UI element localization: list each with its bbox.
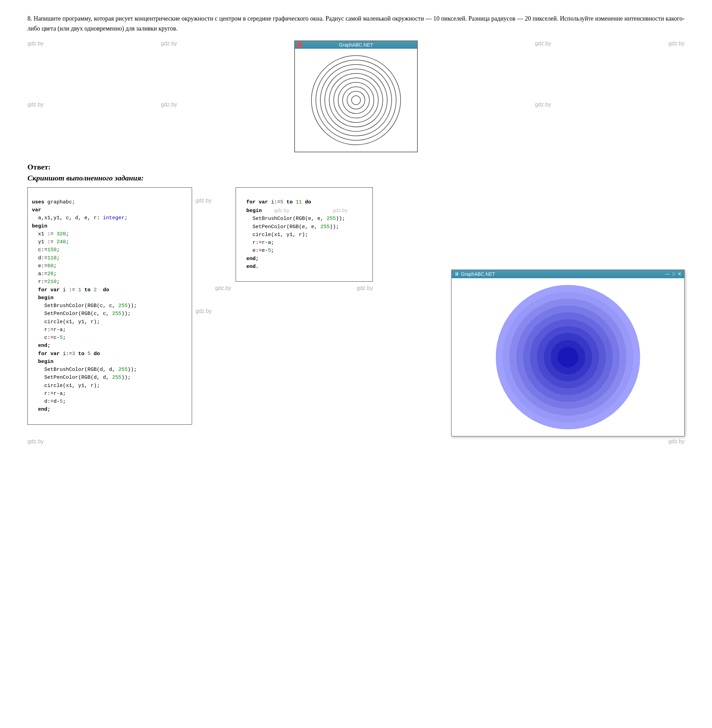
code-output-area: uses graphabc; var a,x1,y1, c, d, e, r: … [27,187,685,425]
watermark-right-2: gdz.by [357,285,373,291]
close-btn[interactable]: ✕ [678,271,681,276]
problem-area: 8. Напишите программу, которая рисует ко… [27,14,685,152]
watermark-7: gdz.by [669,40,685,47]
graphabc-title-top: GraphABC.NET [302,42,410,48]
code-right: for var i:=5 to 11 do begin gdz.by gdz.b… [236,187,373,282]
watermark-bottom-2: gdz.by [669,438,685,445]
graphabc-titlebar-top: GraphABC.NET [295,41,417,49]
watermark-code-2: gdz.by [196,308,212,314]
maximize-btn[interactable]: □ [672,271,675,276]
watermark-3: gdz.by [161,40,177,47]
output-window-title: GraphABC.NET [461,271,495,277]
watermark-6: gdz.by [535,101,551,108]
watermark-5: gdz.by [535,40,551,47]
watermark-bottom-1: gdz.by [27,438,43,445]
answer-title: Ответ: [27,163,685,172]
svg-point-9 [352,96,360,105]
code-right-section: for var i:=5 to 11 do begin gdz.by gdz.b… [215,187,373,295]
svg-point-19 [558,347,578,367]
graphabc-canvas-top [295,49,417,152]
screenshot-title: Скриншот выполненного задания: [27,174,685,183]
watermark-4: gdz.by [161,101,177,108]
watermark-right-1: gdz.by [215,285,231,291]
graphabc-output-window: 🖥 GraphABC.NET — □ ✕ [451,270,685,436]
watermark-1: gdz.by [27,40,43,47]
graphabc-output-titlebar: 🖥 GraphABC.NET — □ ✕ [452,270,684,278]
problem-number: 8. [27,15,32,22]
minimize-btn[interactable]: — [665,271,669,276]
graphabc-window-top: GraphABC.NET [294,40,418,152]
close-btn-top [297,43,302,48]
problem-body: Напишите программу, которая рисует конце… [27,15,685,32]
watermark-code-1: gdz.by [196,198,212,204]
watermark-2: gdz.by [27,101,43,108]
answer-section: Ответ: Скриншот выполненного задания: us… [27,163,685,445]
problem-text: 8. Напишите программу, которая рисует ко… [27,14,685,34]
code-left: uses graphabc; var a,x1,y1, c, d, e, r: … [27,187,192,425]
graphabc-output-canvas [452,278,684,436]
